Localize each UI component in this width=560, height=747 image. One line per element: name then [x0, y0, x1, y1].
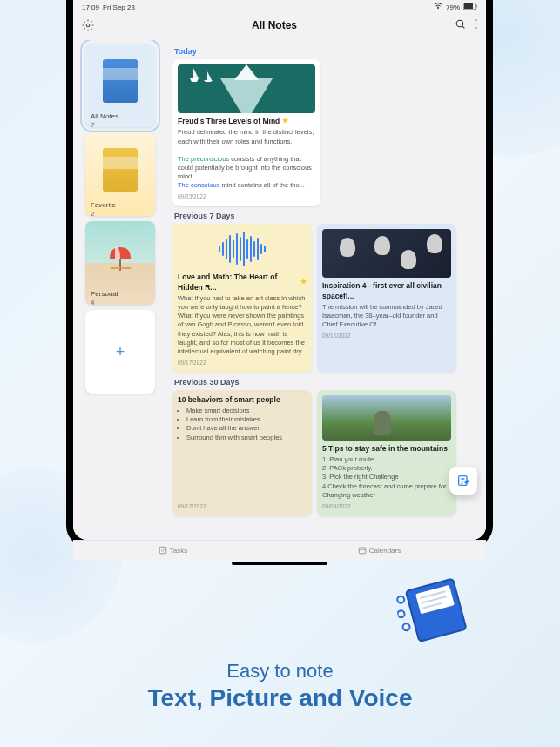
folder-label: Personal	[91, 290, 118, 298]
star-icon: ★	[300, 278, 307, 287]
section-today: Today	[174, 47, 481, 56]
note-body: Freud delineated the mind in the distinc…	[178, 128, 315, 190]
svg-point-30	[402, 622, 411, 631]
bottom-bar: Tasks Calendars	[73, 540, 486, 560]
svg-rect-18	[159, 547, 166, 554]
svg-line-6	[462, 26, 465, 29]
note-date: 09/09/2022	[322, 503, 451, 511]
svg-point-9	[476, 27, 477, 29]
folder-count: 7	[91, 121, 94, 127]
note-card-mountain[interactable]: 5 Tips to stay safe in the mountains 1. …	[317, 390, 456, 516]
folder-label: All Notes	[91, 112, 118, 120]
star-icon: ★	[282, 117, 288, 126]
note-image	[322, 229, 451, 278]
gear-icon[interactable]	[82, 19, 94, 31]
svg-point-29	[397, 609, 406, 618]
folder-favorite[interactable]: Favorite 2	[85, 132, 155, 216]
status-time: 17:09	[82, 3, 99, 11]
svg-marker-16	[207, 71, 212, 80]
note-body: The mission will be commanded by Jared I…	[322, 303, 451, 329]
status-date: Fri Sep 23	[103, 3, 135, 11]
note-date: 09/23/2022	[178, 193, 315, 201]
svg-rect-11	[111, 267, 120, 269]
decorative-book-icon	[389, 567, 472, 643]
svg-rect-19	[359, 548, 366, 554]
page-title: All Notes	[252, 19, 297, 31]
note-card-freud[interactable]: Freud's Three Levels of Mind ★ Freud del…	[172, 59, 320, 206]
note-date: 09/12/2022	[178, 503, 307, 511]
search-icon[interactable]	[455, 17, 466, 33]
header: All Notes	[73, 14, 486, 40]
section-prev30: Previous 30 Days	[174, 378, 481, 387]
folder-count: 4	[91, 299, 94, 305]
note-body: What if you had to take an art class in …	[178, 294, 307, 356]
note-title: 10 behaviors of smart people	[178, 395, 307, 405]
svg-rect-12	[122, 267, 131, 269]
tab-tasks[interactable]: Tasks	[159, 546, 187, 555]
svg-rect-2	[464, 3, 473, 9]
section-prev7: Previous 7 Days	[174, 212, 481, 220]
tab-calendars[interactable]: Calendars	[358, 546, 401, 555]
new-note-button[interactable]	[449, 467, 477, 495]
svg-point-8	[476, 24, 477, 25]
home-indicator[interactable]	[232, 562, 327, 565]
svg-point-5	[456, 20, 463, 27]
more-icon[interactable]	[475, 17, 477, 33]
note-date: 09/16/2022	[322, 333, 451, 340]
svg-marker-15	[204, 80, 213, 82]
add-folder-button[interactable]: +	[85, 310, 155, 394]
note-image	[178, 64, 315, 113]
note-card-behaviors[interactable]: 10 behaviors of smart people Make smart …	[172, 390, 312, 516]
status-bar: 17:09 Fri Sep 23 79%	[73, 0, 486, 14]
note-date: 09/17/2022	[178, 360, 307, 367]
svg-point-28	[396, 596, 405, 604]
svg-rect-3	[476, 5, 477, 8]
battery-pct: 79%	[446, 3, 460, 11]
note-body: Make smart decisions Learn from their mi…	[178, 407, 307, 442]
tablet-frame: 17:09 Fri Sep 23 79% All Notes	[66, 0, 493, 547]
note-body: 1. Plan your route. 2. PACk proberly. 3.…	[322, 455, 451, 500]
svg-marker-13	[190, 78, 199, 82]
folder-count: 2	[91, 210, 94, 216]
svg-point-7	[476, 19, 477, 21]
battery-icon	[463, 3, 477, 11]
wifi-icon	[434, 3, 442, 11]
note-title: Freud's Three Levels of Mind ★	[178, 117, 315, 126]
svg-marker-14	[193, 68, 199, 78]
sidebar: All Notes 7 Favorite 2 Personal 4	[73, 40, 167, 540]
folder-personal[interactable]: Personal 4	[85, 221, 155, 305]
note-title: Inspiration 4 - first ever all civilian …	[322, 281, 451, 301]
folder-label: Favorite	[91, 201, 116, 209]
note-title: 5 Tips to stay safe in the mountains	[322, 444, 451, 454]
svg-point-0	[437, 8, 439, 10]
caption-subtitle: Easy to note	[0, 660, 560, 683]
folder-all-notes[interactable]: All Notes 7	[85, 44, 155, 127]
note-card-inspiration[interactable]: Inspiration 4 - first ever all civilian …	[317, 224, 456, 373]
waveform-icon	[178, 229, 307, 269]
marketing-caption: Easy to note Text, Picture and Voice	[0, 660, 560, 712]
note-title: Love and Math: The Heart of Hidden R... …	[178, 273, 307, 293]
notes-list: Today Freud's Three Levels of Mind ★	[167, 40, 486, 540]
note-card-lovemath[interactable]: Love and Math: The Heart of Hidden R... …	[172, 224, 312, 373]
caption-title: Text, Picture and Voice	[0, 684, 560, 712]
note-image	[322, 395, 451, 441]
screen: 17:09 Fri Sep 23 79% All Notes	[73, 0, 486, 540]
svg-point-4	[86, 24, 90, 27]
